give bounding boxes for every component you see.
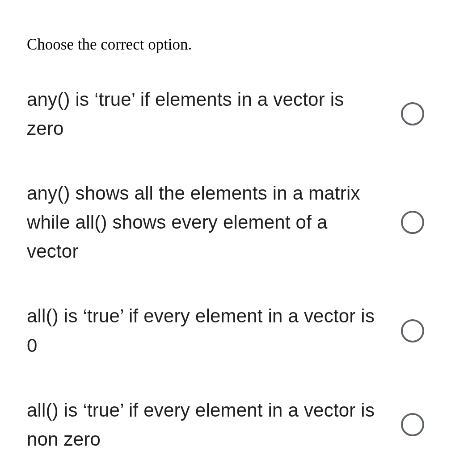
option-label: any() is ‘true’ if elements in a vector …: [27, 85, 383, 143]
option-row-1[interactable]: any() is ‘true’ if elements in a vector …: [27, 85, 424, 143]
question-card: Choose the correct option. any() is ‘tru…: [0, 0, 451, 476]
option-label: all() is ‘true’ if every element in a ve…: [27, 396, 383, 454]
question-prompt: Choose the correct option.: [27, 36, 424, 54]
radio-icon[interactable]: [401, 413, 424, 436]
radio-icon[interactable]: [401, 319, 424, 342]
radio-icon[interactable]: [401, 211, 424, 234]
option-row-2[interactable]: any() shows all the elements in a matrix…: [27, 179, 424, 266]
option-row-3[interactable]: all() is ‘true’ if every element in a ve…: [27, 301, 424, 359]
option-row-4[interactable]: all() is ‘true’ if every element in a ve…: [27, 396, 424, 454]
radio-icon[interactable]: [401, 102, 424, 125]
option-label: any() shows all the elements in a matrix…: [27, 179, 383, 266]
option-label: all() is ‘true’ if every element in a ve…: [27, 301, 383, 359]
